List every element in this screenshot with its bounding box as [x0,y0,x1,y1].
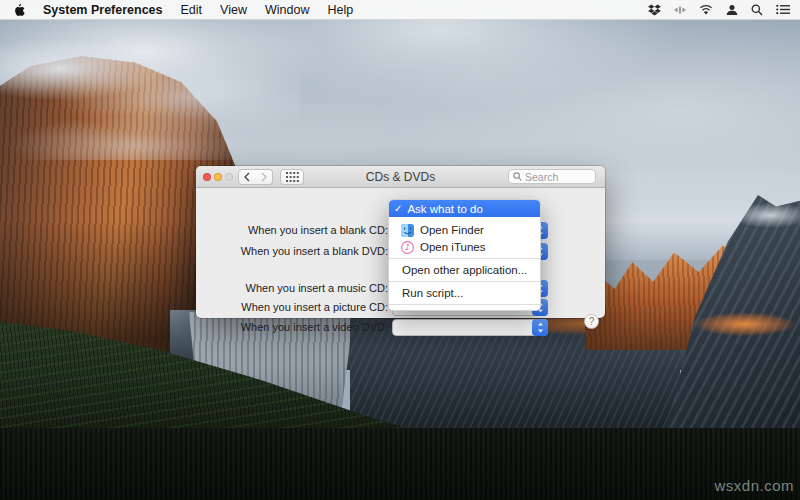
wallpaper-forest-floor [0,428,800,500]
menu-item-open-finder[interactable]: Open Finder [389,222,540,238]
arrows-icon[interactable] [674,5,686,15]
show-all-button[interactable] [280,169,304,185]
back-button[interactable] [238,169,256,185]
menu-bar: System Preferences Edit View Window Help [0,0,800,20]
user-icon[interactable] [726,4,738,16]
chevron-left-icon [243,172,251,182]
video-dvd-popup[interactable] [392,319,548,336]
menubar-item-edit[interactable]: Edit [181,3,203,17]
row-video-dvd: When you insert a video DVD: [196,319,605,336]
menu-separator [389,304,540,305]
wallpaper-fog [0,20,300,160]
show-all-grid-icon [286,172,299,182]
row-label: When you insert a blank CD: [196,222,388,239]
checkmark-icon: ✓ [394,203,402,214]
search-icon [513,172,522,181]
title-bar[interactable]: CDs & DVDs [196,166,605,188]
watermark: wsxdn.com [714,477,794,494]
minimize-button[interactable] [214,173,222,181]
menu-item-ignore[interactable]: Ignore [389,308,540,311]
menu-item-open-other-application[interactable]: Open other application... [389,262,540,278]
menubar-item-view[interactable]: View [220,3,247,17]
menu-item-label: Ask what to do [407,203,482,215]
itunes-icon: ♪ [401,241,414,254]
menu-item-label: Run script... [402,287,463,299]
chevron-right-icon [260,172,268,182]
popup-menu: ✓ Ask what to do Open Finder ♪ Open iTun… [388,199,541,311]
notification-center-icon[interactable] [776,4,790,15]
popup-arrows-icon [532,319,548,336]
apple-icon [13,3,25,17]
help-button[interactable]: ? [584,314,599,329]
row-label: When you insert a video DVD: [196,319,388,336]
menu-separator [389,258,540,259]
menu-separator [389,281,540,282]
menu-item-ask-what-to-do[interactable]: ✓ Ask what to do [389,200,540,217]
menu-item-label: Open iTunes [420,241,485,253]
menu-item-label: Open Finder [420,224,484,236]
wifi-icon[interactable] [699,4,713,15]
menu-item-label: Ignore [402,310,435,311]
search-input[interactable] [525,171,585,183]
menubar-item-help[interactable]: Help [327,3,353,17]
finder-icon [401,224,414,237]
search-field[interactable] [508,169,596,184]
menu-item-open-itunes[interactable]: ♪ Open iTunes [389,239,540,255]
close-button[interactable] [203,173,211,181]
svg-text:♪: ♪ [405,242,410,252]
wallpaper-sunset-glow-right [695,313,800,345]
spotlight-search-icon[interactable] [751,4,763,16]
apple-menu[interactable] [13,3,25,17]
menu-item-run-script[interactable]: Run script... [389,285,540,301]
forward-button[interactable] [255,169,273,185]
row-label: When you insert a picture CD: [196,299,388,316]
menubar-item-window[interactable]: Window [265,3,309,17]
zoom-button-disabled [225,173,233,181]
row-label: When you insert a blank DVD: [196,243,388,260]
row-label: When you insert a music CD: [196,280,388,297]
menu-item-label: Open other application... [402,264,527,276]
menubar-app-name[interactable]: System Preferences [43,3,163,17]
dropbox-icon[interactable] [648,4,661,16]
